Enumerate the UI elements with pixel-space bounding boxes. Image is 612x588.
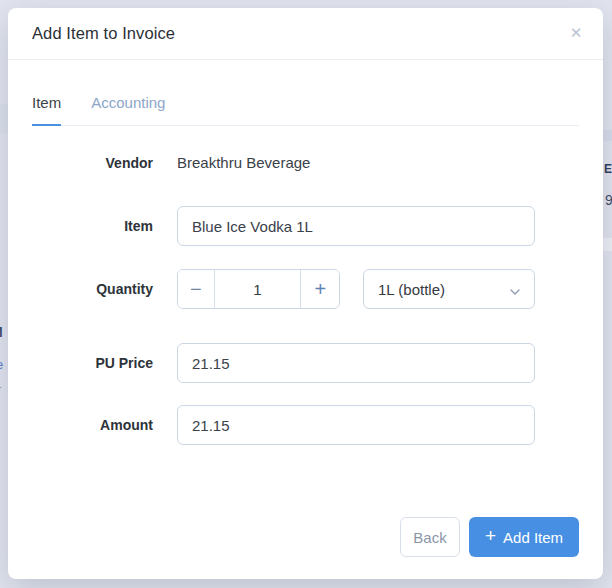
background-row-band bbox=[0, 104, 8, 134]
modal-body: Item Accounting Vendor Breakthru Beverag… bbox=[8, 94, 603, 557]
pu-price-input[interactable] bbox=[177, 343, 535, 383]
background-text-fragment: E bbox=[604, 162, 612, 176]
item-input[interactable] bbox=[177, 206, 535, 246]
quantity-label: Quantity bbox=[32, 281, 153, 297]
modal-title: Add Item to Invoice bbox=[32, 24, 175, 43]
add-item-modal: Add Item to Invoice ✕ Item Accounting Ve… bbox=[8, 8, 603, 579]
quantity-decrement-button[interactable]: − bbox=[178, 270, 214, 308]
amount-input[interactable] bbox=[177, 405, 535, 445]
tab-item[interactable]: Item bbox=[32, 94, 61, 126]
vendor-value: Breakthru Beverage bbox=[177, 154, 310, 171]
modal-footer: Back + Add Item bbox=[32, 517, 579, 557]
plus-icon: + bbox=[485, 525, 496, 547]
background-text-fragment: e bbox=[0, 357, 3, 372]
modal-header: Add Item to Invoice ✕ bbox=[8, 8, 603, 60]
item-label: Item bbox=[32, 218, 153, 234]
chevron-down-icon bbox=[509, 284, 521, 301]
pu-price-label: PU Price bbox=[32, 355, 153, 371]
unit-selected-value: 1L (bottle) bbox=[378, 281, 445, 298]
add-item-button-label: Add Item bbox=[503, 529, 563, 546]
background-text-fragment: r bbox=[0, 382, 1, 397]
background-text-fragment: 9 bbox=[605, 192, 612, 208]
quantity-value[interactable]: 1 bbox=[214, 270, 302, 308]
minus-icon: − bbox=[190, 278, 202, 301]
vendor-row: Vendor Breakthru Beverage bbox=[32, 154, 579, 171]
tab-accounting[interactable]: Accounting bbox=[91, 94, 165, 125]
plus-icon: + bbox=[314, 278, 326, 301]
vendor-label: Vendor bbox=[32, 155, 153, 171]
unit-select[interactable]: 1L (bottle) bbox=[363, 269, 535, 309]
background-text-fragment: M bbox=[0, 324, 3, 340]
quantity-row: Quantity − 1 + 1L (bottle) bbox=[32, 269, 579, 309]
quantity-increment-button[interactable]: + bbox=[301, 270, 339, 308]
amount-row: Amount bbox=[32, 405, 579, 445]
page-background: M e r E 9 Add Item to Invoice ✕ Item Acc… bbox=[0, 0, 612, 588]
amount-label: Amount bbox=[32, 417, 153, 433]
item-row: Item bbox=[32, 206, 579, 246]
close-icon[interactable]: ✕ bbox=[565, 22, 587, 44]
pu-price-row: PU Price bbox=[32, 343, 579, 383]
tab-bar: Item Accounting bbox=[32, 94, 579, 126]
back-button[interactable]: Back bbox=[400, 517, 460, 557]
quantity-stepper: − 1 + bbox=[177, 269, 340, 309]
add-item-button[interactable]: + Add Item bbox=[469, 517, 579, 557]
